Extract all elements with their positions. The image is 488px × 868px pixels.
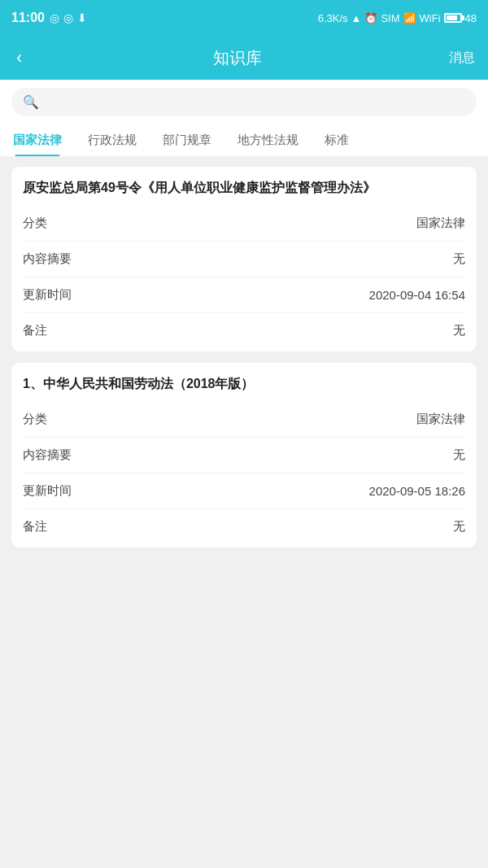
detail-row-1-3: 更新时间2020-09-04 16:54: [23, 277, 465, 313]
status-right: 6.3K/s ▲ ⏰ SIM 📶 WiFi 48: [318, 12, 477, 24]
page-title: 知识库: [213, 47, 262, 69]
status-time: 11:00: [11, 11, 45, 25]
detail-value: 国家法律: [416, 216, 465, 231]
status-icons: ◎ ◎ ⬇: [50, 11, 87, 24]
icon-circle1: ◎: [50, 11, 59, 24]
detail-row-2-1: 分类国家法律: [23, 402, 465, 438]
detail-label: 内容摘要: [23, 447, 72, 463]
tab-local[interactable]: 地方性法规: [224, 124, 312, 156]
detail-value: 2020-09-05 18:26: [369, 484, 465, 498]
detail-value: 无: [453, 519, 465, 534]
detail-label: 更新时间: [23, 287, 72, 303]
content-area: 原安监总局第49号令《用人单位职业健康监护监督管理办法》分类国家法律内容摘要无更…: [0, 157, 488, 569]
law-title-1: 原安监总局第49号令《用人单位职业健康监护监督管理办法》: [11, 167, 477, 206]
detail-value: 2020-09-04 16:54: [369, 288, 465, 302]
battery-icon: [444, 13, 462, 23]
detail-value: 无: [453, 251, 465, 267]
detail-row-2-3: 更新时间2020-09-05 18:26: [23, 473, 465, 509]
search-box: 🔍: [11, 88, 477, 116]
alarm-icon: ⏰: [364, 12, 377, 24]
back-button[interactable]: ‹: [13, 44, 25, 72]
tab-bar: 国家法律行政法规部门规章地方性法规标准: [0, 124, 488, 157]
nav-bar: ‹ 知识库 消息: [0, 36, 488, 80]
detail-label: 分类: [23, 216, 47, 231]
detail-label: 内容摘要: [23, 251, 72, 267]
detail-label: 更新时间: [23, 483, 72, 499]
detail-label: 分类: [23, 412, 47, 427]
wifi-icon: WiFi: [420, 12, 441, 24]
law-details-1: 分类国家法律内容摘要无更新时间2020-09-04 16:54备注无: [11, 206, 477, 351]
detail-row-2-2: 内容摘要无: [23, 438, 465, 473]
detail-row-2-4: 备注无: [23, 509, 465, 544]
detail-value: 无: [453, 323, 465, 338]
detail-row-1-2: 内容摘要无: [23, 242, 465, 277]
detail-label: 备注: [23, 519, 47, 534]
detail-row-1-1: 分类国家法律: [23, 206, 465, 242]
signal-icon: 📶: [403, 12, 416, 24]
status-left: 11:00 ◎ ◎ ⬇: [11, 11, 87, 25]
law-item-1[interactable]: 原安监总局第49号令《用人单位职业健康监护监督管理办法》分类国家法律内容摘要无更…: [11, 167, 477, 351]
tab-administrative[interactable]: 行政法规: [75, 124, 150, 156]
tab-department[interactable]: 部门规章: [150, 124, 224, 156]
network-speed: 6.3K/s: [318, 12, 348, 24]
battery-level: 48: [465, 12, 477, 24]
detail-label: 备注: [23, 323, 47, 338]
icon-download: ⬇: [77, 11, 87, 24]
sim-icon: SIM: [381, 12, 399, 24]
icon-circle2: ◎: [63, 11, 73, 24]
law-title-2: 1、中华人民共和国劳动法（2018年版）: [11, 363, 477, 402]
detail-value: 国家法律: [416, 412, 465, 427]
law-details-2: 分类国家法律内容摘要无更新时间2020-09-05 18:26备注无: [11, 402, 477, 547]
message-button[interactable]: 消息: [449, 50, 475, 67]
law-item-2[interactable]: 1、中华人民共和国劳动法（2018年版）分类国家法律内容摘要无更新时间2020-…: [11, 363, 477, 547]
search-input[interactable]: [46, 95, 465, 109]
tab-national-law[interactable]: 国家法律: [0, 124, 75, 156]
tab-standard[interactable]: 标准: [312, 124, 362, 156]
network-type-icon: ▲: [351, 12, 362, 24]
status-bar: 11:00 ◎ ◎ ⬇ 6.3K/s ▲ ⏰ SIM 📶 WiFi 48: [0, 0, 488, 36]
detail-value: 无: [453, 447, 465, 463]
search-icon: 🔍: [23, 94, 39, 110]
detail-row-1-4: 备注无: [23, 313, 465, 348]
search-container: 🔍: [0, 80, 488, 124]
